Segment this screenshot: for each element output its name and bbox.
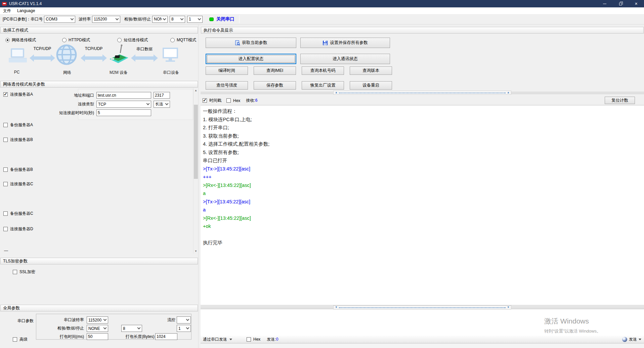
minimize-icon bbox=[603, 4, 606, 4]
command-button-恢复出厂设置[interactable]: 恢复出厂设置 bbox=[302, 81, 344, 90]
baud-label: 波特率 bbox=[79, 16, 91, 22]
checkbox-icon bbox=[13, 337, 17, 342]
serial-group-label: 串口参数 bbox=[14, 317, 34, 324]
chevron-down-icon bbox=[163, 17, 166, 20]
checkbox-ssl[interactable]: SSL加密 bbox=[13, 269, 35, 275]
arrow-icon bbox=[81, 54, 107, 62]
work-mode-radio-0[interactable]: 网络透传模式 bbox=[5, 37, 62, 43]
radio-icon bbox=[170, 38, 175, 42]
menu-file[interactable]: 文件 bbox=[0, 7, 14, 14]
collapse-down-icon: ▼ bbox=[507, 306, 510, 309]
checkbox-备份服务器C[interactable]: 备份服务器C bbox=[3, 211, 33, 216]
g-baud-select[interactable]: 115200 bbox=[87, 316, 108, 324]
recv-hex-checkbox[interactable] bbox=[226, 98, 231, 103]
send-input-area[interactable]: 激活 Windows 转到“设置”以激活 Windows。 bbox=[201, 310, 644, 336]
minimize-button[interactable] bbox=[597, 0, 612, 7]
close-port-button[interactable]: 关闭串口 bbox=[216, 16, 234, 22]
send-hex-checkbox[interactable] bbox=[247, 337, 251, 342]
send-mode-dropdown[interactable]: 通过串口发送 bbox=[203, 337, 227, 342]
scroll-up-icon[interactable]: ▲ bbox=[194, 88, 198, 93]
server-a-address-input[interactable] bbox=[96, 92, 151, 99]
radio-label: 短信透传模式 bbox=[124, 37, 148, 43]
dropdown-arrow-icon[interactable] bbox=[229, 339, 232, 342]
command-button-查信号强度[interactable]: 查信号强度 bbox=[206, 81, 248, 90]
splitter-handle[interactable]: ▲ ▲ bbox=[333, 91, 511, 95]
overflow-item: — bbox=[4, 248, 8, 253]
reset-counter-button[interactable]: 复位计数 bbox=[605, 97, 635, 104]
packlen-input[interactable] bbox=[155, 333, 177, 340]
command-button-查询版本[interactable]: 查询版本 bbox=[350, 66, 392, 75]
net-params-area: 连接服务器A 地址和端口 连接类型 TCP 长连 短连接超时时间(秒) 备份服务… bbox=[0, 88, 199, 254]
databits-select[interactable]: 8 bbox=[170, 16, 185, 23]
baud-select[interactable]: 115200 bbox=[92, 16, 120, 23]
parity-select[interactable]: NONI bbox=[152, 16, 168, 23]
checkbox-icon bbox=[3, 182, 8, 186]
work-mode-radio-2[interactable]: 短信透传模式 bbox=[117, 37, 170, 43]
command-buttons-row2: 查信号强度保存参数恢复出厂设置设备重启 bbox=[206, 81, 392, 90]
conn-type-select[interactable]: TCP bbox=[96, 101, 151, 108]
work-mode-radio-1[interactable]: HTTPD模式 bbox=[62, 37, 117, 43]
com-port-select[interactable]: COM3 bbox=[44, 16, 75, 23]
packlen-label: 打包长度(Bytes) bbox=[118, 333, 155, 340]
command-button-查询本机号码[interactable]: 查询本机号码 bbox=[302, 66, 344, 75]
timestamp-checkbox[interactable] bbox=[203, 98, 207, 103]
chevron-down-icon bbox=[137, 326, 141, 330]
splitter-handle[interactable]: ▼ ▼ bbox=[333, 305, 511, 309]
short-conn-timeout-input[interactable] bbox=[96, 109, 151, 116]
checkbox-连接服务器C[interactable]: 连接服务器C bbox=[3, 181, 33, 187]
scroll-down-icon[interactable]: ▼ bbox=[194, 249, 198, 254]
port-label: [PC串口参数]：串口号 bbox=[3, 16, 43, 22]
checkbox-连接服务器D[interactable]: 连接服务器D bbox=[3, 226, 33, 232]
checkbox-icon bbox=[3, 92, 8, 97]
scrollbar-thumb[interactable] bbox=[194, 105, 198, 179]
maximize-button[interactable] bbox=[612, 0, 628, 7]
packtime-label: 打包时间(ms) bbox=[50, 333, 84, 340]
log-line: 4. 选择工作模式,配置相关参数; bbox=[203, 140, 644, 148]
checkbox-备份服务器A[interactable]: 备份服务器A bbox=[3, 122, 33, 128]
parity-label: 检验/数据/停止 bbox=[124, 16, 151, 22]
flow-select[interactable] bbox=[177, 316, 191, 324]
serial-toolbar: [PC串口参数]：串口号 COM3 波特率 115200 检验/数据/停止 NO… bbox=[0, 14, 644, 24]
flow-label: 流控 bbox=[148, 316, 175, 323]
log-line: 执行完毕 bbox=[203, 239, 644, 247]
pc-icon bbox=[9, 48, 27, 62]
chevron-down-icon bbox=[186, 326, 189, 330]
enter-comm-state-button[interactable]: 进入通讯状态 bbox=[300, 54, 390, 64]
collapse-up-icon: ▲ bbox=[507, 91, 510, 94]
get-params-button[interactable]: 获取当前参数 bbox=[206, 38, 296, 48]
log-line: >[Rx<-][13:45:22][asc] bbox=[203, 214, 644, 222]
g-parity-select[interactable]: NONE bbox=[87, 325, 108, 332]
radio-label: 网络透传模式 bbox=[12, 37, 36, 43]
enter-config-state-button[interactable]: 进入配置状态 bbox=[206, 54, 296, 64]
work-mode-header: 选择工作模式 bbox=[0, 27, 198, 34]
command-button-保存参数[interactable]: 保存参数 bbox=[254, 81, 296, 90]
packtime-input[interactable] bbox=[87, 333, 108, 340]
stopbits-select[interactable]: 1 bbox=[187, 16, 203, 23]
checkbox-备份服务器B[interactable]: 备份服务器B bbox=[3, 167, 33, 172]
log-line: 3. 获取当前参数; bbox=[203, 132, 644, 140]
params-scrollbar[interactable]: ▲ ▼ bbox=[193, 88, 198, 254]
save-disk-icon bbox=[323, 40, 328, 46]
command-button-编译时间[interactable]: 编译时间 bbox=[206, 66, 248, 75]
checkbox-连接服务器B[interactable]: 连接服务器B bbox=[3, 137, 33, 142]
work-mode-radio-3[interactable]: MQTT模式 bbox=[170, 37, 196, 43]
close-button[interactable] bbox=[628, 0, 644, 7]
checkbox-server-a[interactable]: 连接服务器A bbox=[3, 92, 33, 97]
command-button-设备重启[interactable]: 设备重启 bbox=[350, 81, 392, 90]
radio-icon bbox=[62, 38, 67, 42]
g-stopbits-select[interactable]: 1 bbox=[177, 325, 191, 332]
server-a-port-input[interactable] bbox=[154, 92, 170, 99]
log-line bbox=[203, 231, 644, 239]
menu-language[interactable]: Language bbox=[14, 7, 38, 14]
command-button-查询IMEI[interactable]: 查询IMEI bbox=[254, 66, 296, 75]
log-output[interactable]: 一般操作流程：1. 模块连PC串口,上电;2. 打开串口;3. 获取当前参数;4… bbox=[201, 105, 644, 305]
checkbox-label: 连接服务器C bbox=[10, 181, 33, 187]
send-button[interactable]: 发送 bbox=[622, 337, 641, 342]
link-label: TCP/UDP bbox=[81, 46, 107, 51]
window-title: USR-CAT1 V1.1.4 bbox=[9, 1, 42, 6]
checkbox-advanced[interactable]: 高级 bbox=[13, 337, 28, 342]
log-line: 一般操作流程： bbox=[203, 107, 644, 115]
set-save-params-button[interactable]: 设置并保存所有参数 bbox=[300, 38, 390, 48]
g-databits-select[interactable]: 8 bbox=[121, 325, 142, 332]
conn-mode-select[interactable]: 长连 bbox=[154, 101, 170, 108]
